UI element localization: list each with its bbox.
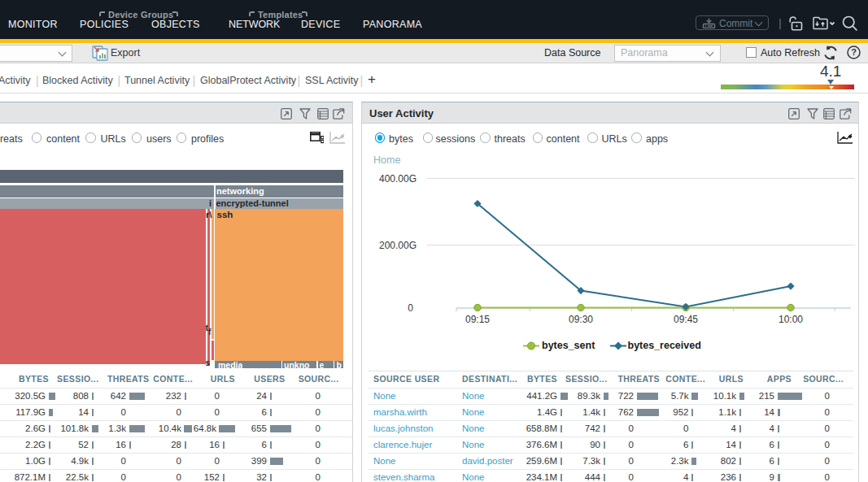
svg-text:?: ? (851, 47, 857, 57)
